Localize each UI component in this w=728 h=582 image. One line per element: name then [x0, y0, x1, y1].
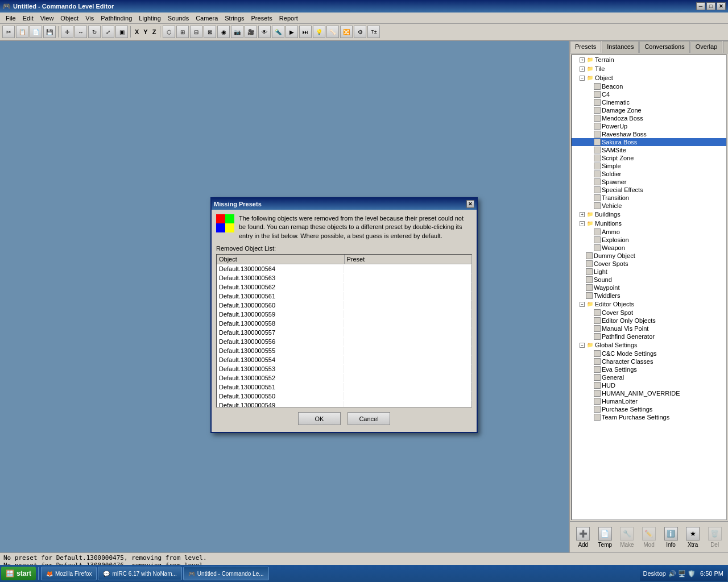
tb-grid1[interactable]: ⊞: [176, 26, 189, 38]
dialog-list-row[interactable]: Default.1300000549: [217, 401, 471, 408]
tree-item-special-effects[interactable]: Special Effects: [572, 186, 726, 194]
info-button[interactable]: ℹ️ Info: [660, 525, 682, 549]
tree-item-hud[interactable]: HUD: [572, 381, 726, 389]
tree-item-samsite[interactable]: SAMSite: [572, 146, 726, 154]
dialog-list-row[interactable]: Default.1300000558: [217, 319, 471, 328]
dialog-list-row[interactable]: Default.1300000561: [217, 292, 471, 301]
tree-item-tile[interactable]: +📁Tile: [572, 64, 726, 73]
expand-icon[interactable]: −: [580, 221, 585, 226]
tb-grid3[interactable]: ⊠: [204, 26, 216, 38]
tree-item-buildings[interactable]: +📁Buildings: [572, 210, 726, 219]
tb-waypoint[interactable]: ◉: [217, 26, 230, 38]
tree-item-damage-zone[interactable]: Damage Zone: [572, 106, 726, 114]
tree-item-global-settings[interactable]: −📁Global Settings: [572, 340, 726, 350]
tb-select[interactable]: ✛: [61, 26, 73, 38]
tree-container[interactable]: +📁Terrain+📁Tile−📁ObjectBeaconC4Cinematic…: [571, 55, 727, 520]
menu-camera[interactable]: Camera: [192, 14, 221, 23]
tb-extra2[interactable]: T±: [367, 26, 380, 38]
tree-item-soldier[interactable]: Soldier: [572, 170, 726, 178]
menu-strings[interactable]: Strings: [221, 14, 247, 23]
tb-camera1[interactable]: 📷: [231, 26, 243, 38]
tree-item-weapon[interactable]: Weapon: [572, 244, 726, 252]
tree-item-sound[interactable]: Sound: [572, 276, 726, 284]
tree-item-simple[interactable]: Simple: [572, 162, 726, 170]
xtra-button[interactable]: ★ Xtra: [682, 525, 704, 549]
expand-icon[interactable]: −: [580, 343, 585, 348]
tree-item-munitions[interactable]: −📁Munitions: [572, 219, 726, 228]
temp-button[interactable]: 📄 Temp: [594, 525, 616, 549]
tree-item-c4[interactable]: C4: [572, 90, 726, 98]
tree-item-object[interactable]: −📁Object: [572, 73, 726, 82]
tree-item-sakura-boss[interactable]: Sakura Boss: [572, 138, 726, 146]
tree-item-editor-only-objects[interactable]: Editor Only Objects: [572, 317, 726, 325]
tree-item-character-classes[interactable]: Character Classes: [572, 357, 726, 365]
menu-presets[interactable]: Presets: [248, 14, 276, 23]
dialog-list-row[interactable]: Default.1300000557: [217, 328, 471, 337]
menu-file[interactable]: File: [2, 14, 19, 23]
tree-item-humanloiter[interactable]: HumanLoiter: [572, 397, 726, 405]
tb-move[interactable]: ↔: [75, 26, 87, 38]
dialog-list-row[interactable]: Default.1300000555: [217, 346, 471, 355]
tb-bone[interactable]: 🦴: [326, 26, 339, 38]
tb-save[interactable]: 💾: [43, 26, 56, 38]
tab-instances[interactable]: Instances: [602, 41, 639, 53]
expand-icon[interactable]: +: [580, 66, 585, 72]
menu-sounds[interactable]: Sounds: [164, 14, 192, 23]
tb-vis1[interactable]: 👁: [258, 26, 271, 38]
tab-heightfield[interactable]: Heightfield: [723, 41, 728, 53]
tree-item-ammo[interactable]: Ammo: [572, 228, 726, 236]
tree-item-spawner[interactable]: Spawner: [572, 178, 726, 186]
tree-item-mendoza-boss[interactable]: Mendoza Boss: [572, 114, 726, 122]
dialog-list-row[interactable]: Default.1300000550: [217, 392, 471, 401]
dialog-list-row[interactable]: Default.1300000551: [217, 383, 471, 392]
tree-item-waypoint[interactable]: Waypoint: [572, 284, 726, 292]
viewport[interactable]: Missing Presets ✕: [0, 41, 569, 552]
tree-item-editor-objects[interactable]: −📁Editor Objects: [572, 300, 726, 309]
tb-copy[interactable]: 📋: [16, 26, 28, 38]
tb-render2[interactable]: ⏭: [299, 26, 312, 38]
tree-item-terrain[interactable]: +📁Terrain: [572, 55, 726, 64]
add-button[interactable]: ➕ Add: [572, 525, 594, 549]
minimize-button[interactable]: ─: [696, 2, 705, 10]
tree-item-eva-settings[interactable]: Eva Settings: [572, 365, 726, 373]
tree-item-powerup[interactable]: PowerUp: [572, 122, 726, 130]
tree-item-human_anim_override[interactable]: HUMAN_ANIM_OVERRIDE: [572, 389, 726, 397]
dialog-list-row[interactable]: Default.1300000552: [217, 373, 471, 383]
dialog-list-row[interactable]: Default.1300000559: [217, 310, 471, 319]
tree-item-cinematic[interactable]: Cinematic: [572, 98, 726, 106]
dialog-list-row[interactable]: Default.1300000562: [217, 282, 471, 292]
tb-rotate[interactable]: ↻: [88, 26, 101, 38]
tree-item-explosion[interactable]: Explosion: [572, 236, 726, 244]
tb-vis2[interactable]: 🔦: [272, 26, 284, 38]
maximize-button[interactable]: □: [706, 2, 715, 10]
tb-snap[interactable]: ⬡: [163, 26, 175, 38]
tree-item-light[interactable]: Light: [572, 268, 726, 276]
tb-render1[interactable]: ▶: [286, 26, 298, 38]
tree-item-purchase-settings[interactable]: Purchase Settings: [572, 405, 726, 413]
dialog-list-row[interactable]: Default.1300000563: [217, 273, 471, 282]
dialog-list-row[interactable]: Default.1300000554: [217, 355, 471, 364]
tree-item-dummy-object[interactable]: Dummy Object: [572, 252, 726, 260]
tb-camera2[interactable]: 🎥: [245, 26, 257, 38]
tree-item-general[interactable]: General: [572, 373, 726, 381]
expand-icon[interactable]: +: [580, 212, 585, 217]
tree-item-twiddlers[interactable]: Twiddlers: [572, 292, 726, 300]
tb-terrain[interactable]: ▣: [115, 26, 128, 38]
tree-item-vehicle[interactable]: Vehicle: [572, 202, 726, 210]
tree-item-transition[interactable]: Transition: [572, 194, 726, 202]
tree-item-team-purchase-settings[interactable]: Team Purchase Settings: [572, 413, 726, 421]
close-button[interactable]: ✕: [717, 2, 726, 10]
tree-item-cover-spots[interactable]: Cover Spots: [572, 260, 726, 268]
tree-item-script-zone[interactable]: Script Zone: [572, 154, 726, 162]
dialog-close-button[interactable]: ✕: [466, 200, 474, 208]
taskbar-btn-firefox[interactable]: 🦊 Mozilla Firefox: [41, 567, 97, 580]
tab-conversations[interactable]: Conversations: [639, 41, 689, 53]
tree-item-c&c-mode-settings[interactable]: C&C Mode Settings: [572, 350, 726, 357]
tb-scale[interactable]: ⤢: [102, 26, 114, 38]
taskbar-btn-editor[interactable]: 🎮 Untitled - Commando Le...: [183, 567, 269, 580]
dialog-list-row[interactable]: Default.1300000560: [217, 301, 471, 310]
menu-lighting[interactable]: Lighting: [135, 14, 164, 23]
tree-item-cover-spot[interactable]: Cover Spot: [572, 309, 726, 317]
expand-icon[interactable]: −: [580, 76, 585, 81]
menu-object[interactable]: Object: [57, 14, 82, 23]
